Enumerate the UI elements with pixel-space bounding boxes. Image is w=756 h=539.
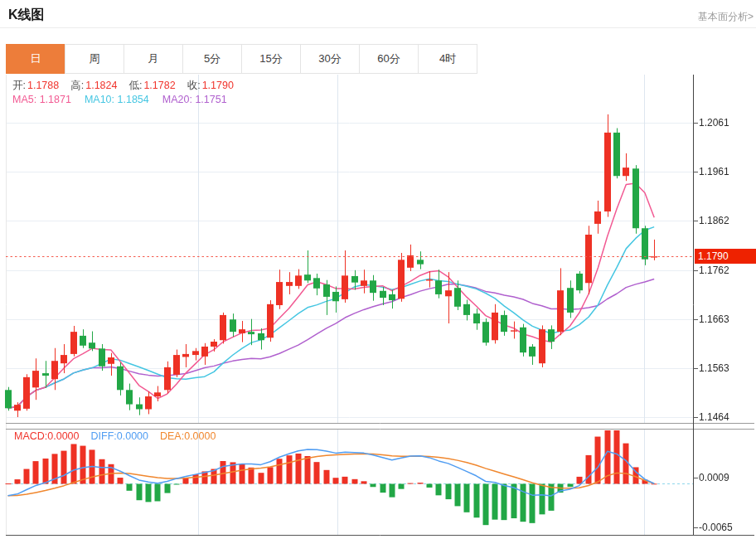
y-axis-tick-label: 1.1663	[699, 313, 729, 325]
tab-30分[interactable]: 30分	[300, 44, 360, 74]
low-value: 1.1782	[143, 80, 175, 91]
y-axis-tick-label: 1.1464	[699, 411, 729, 423]
tab-日[interactable]: 日	[6, 44, 65, 74]
tab-周[interactable]: 周	[65, 44, 124, 74]
tab-4时[interactable]: 4时	[418, 44, 477, 74]
macd-legend: MACD:0.0000DIFF:0.0000DEA:0.0000	[14, 430, 216, 442]
ma20-legend: MA20: 1.1751	[162, 94, 227, 105]
ma10-legend: MA10: 1.1854	[85, 94, 149, 105]
ma5-legend: MA5: 1.1871	[12, 94, 71, 105]
close-label: 收:	[187, 80, 201, 91]
macd-value: MACD:0.0000	[14, 430, 80, 442]
tab-60分[interactable]: 60分	[359, 44, 419, 74]
kline-page: { "header": { "title": "K线图", "link": "基…	[0, 0, 756, 539]
current-price-badge: 1.1790	[695, 249, 756, 264]
tab-5分[interactable]: 5分	[182, 44, 242, 74]
page-title: K线图	[8, 7, 45, 24]
y-axis-tick-label: 1.2061	[699, 117, 729, 129]
period-tabs: 日周月5分15分30分60分4时	[6, 44, 477, 74]
tab-15分[interactable]: 15分	[241, 44, 301, 74]
y-axis-tick-label: -0.0065	[699, 522, 733, 533]
y-axis-tick-label: 0.0009	[699, 472, 729, 483]
fundamental-analysis-link[interactable]: 基本面分析>	[698, 10, 754, 24]
tab-月[interactable]: 月	[124, 44, 183, 74]
ohlc-legend: 开:1.1788高:1.1824低:1.1782收:1.1790	[12, 79, 245, 93]
y-axis-tick-label: 1.1862	[699, 215, 729, 226]
y-axis-tick-label: 1.1961	[699, 166, 729, 177]
diff-value: DIFF:0.0000	[91, 430, 148, 442]
open-value: 1.1788	[27, 80, 59, 91]
dea-value: DEA:0.0000	[160, 430, 216, 442]
high-label: 高:	[70, 80, 84, 91]
y-axis-tick-label: 1.1563	[699, 362, 729, 374]
ma-legend: MA5: 1.1871MA10: 1.1854MA20: 1.1751	[12, 94, 227, 105]
y-axis-tick-label: 1.1762	[699, 265, 729, 276]
low-label: 低:	[128, 80, 142, 91]
high-value: 1.1824	[85, 80, 117, 91]
header-divider	[0, 27, 756, 28]
open-label: 开:	[12, 80, 26, 91]
close-value: 1.1790	[202, 80, 234, 91]
